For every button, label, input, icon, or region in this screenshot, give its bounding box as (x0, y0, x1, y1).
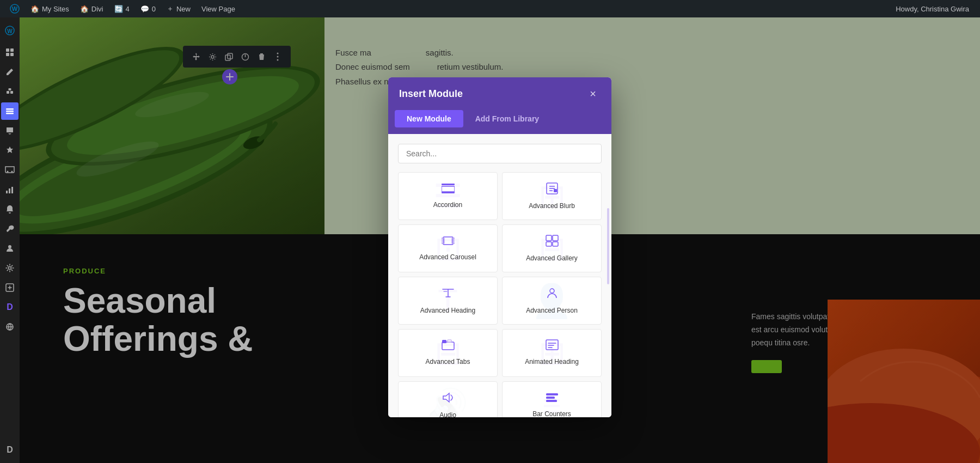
accordion-label: Accordion (433, 201, 462, 210)
svg-rect-7 (10, 53, 14, 56)
advanced-blurb-label: Advanced Blurb (529, 202, 575, 211)
modal-overlay: Insert Module × New Module Add From Libr… (20, 17, 980, 463)
animated-heading-label: Animated Heading (525, 358, 579, 367)
svg-rect-62 (546, 393, 558, 395)
svg-rect-4 (6, 48, 9, 52)
module-animated-heading[interactable]: ⊞ Animated Heading (502, 329, 602, 377)
module-grid: ☰ Accordion ⊞ Advanced Blurb (398, 172, 602, 417)
sidebar-settings-icon[interactable] (1, 259, 19, 277)
sidebar-pin-icon[interactable] (1, 142, 19, 159)
svg-rect-63 (546, 397, 555, 399)
advanced-heading-icon (442, 287, 455, 302)
advanced-gallery-label: Advanced Gallery (526, 254, 578, 263)
svg-rect-54 (553, 235, 558, 241)
admin-my-sites[interactable]: 🏠 My Sites (25, 0, 75, 17)
module-bar-counters[interactable]: ≡ Bar Counters (502, 381, 602, 417)
sidebar-bell-icon[interactable] (1, 200, 19, 218)
svg-rect-59 (442, 340, 446, 343)
admin-user: Howdy, Christina Gwira (889, 5, 976, 13)
modal-tabs: New Module Add From Library (388, 110, 611, 134)
svg-rect-16 (6, 191, 8, 193)
module-advanced-gallery[interactable]: ⊟ Advanced Gallery (502, 224, 602, 272)
sidebar-module-icon[interactable] (1, 83, 19, 100)
page-background: Fusce ma sagittis. Donec euismod sem ret… (20, 17, 980, 463)
sidebar-globe-icon[interactable] (1, 318, 19, 336)
tab-add-from-library[interactable]: Add From Library (463, 110, 551, 127)
svg-text:W: W (12, 5, 18, 12)
sidebar-layout-icon[interactable] (1, 44, 19, 61)
svg-rect-12 (6, 111, 14, 112)
module-advanced-person[interactable]: 👤 Advanced Person (502, 277, 602, 325)
sidebar-wp-logo[interactable]: W (1, 22, 19, 39)
left-sidebar: W D D (0, 17, 20, 463)
sidebar-user-icon[interactable] (1, 240, 19, 257)
sidebar-comment-icon[interactable] (1, 122, 19, 139)
advanced-carousel-label: Advanced Carousel (419, 253, 476, 262)
advanced-heading-label: Advanced Heading (420, 307, 475, 315)
svg-text:W: W (7, 28, 13, 34)
tab-new-module[interactable]: New Module (395, 110, 463, 127)
admin-updates[interactable]: 🔄 4 (109, 0, 135, 17)
module-advanced-blurb[interactable]: ⊞ Advanced Blurb (502, 172, 602, 220)
module-audio[interactable]: 🔊 Audio (398, 381, 498, 417)
modal-title: Insert Module (399, 88, 463, 100)
admin-bar: W 🏠 My Sites 🏠 Divi 🔄 4 💬 0 ＋ New View P… (0, 0, 980, 17)
sidebar-chart-icon[interactable] (1, 181, 19, 198)
sidebar-bottom-d-icon[interactable]: D (1, 441, 19, 459)
svg-point-57 (550, 289, 554, 293)
svg-point-14 (7, 171, 9, 173)
module-advanced-heading[interactable]: T Advanced Heading (398, 277, 498, 325)
svg-rect-18 (11, 187, 13, 193)
svg-point-19 (8, 245, 11, 248)
admin-view-page[interactable]: View Page (196, 0, 241, 17)
module-advanced-carousel[interactable]: ⊡ Advanced Carousel (398, 224, 498, 272)
modal-body: ☰ Accordion ⊞ Advanced Blurb (388, 134, 611, 417)
svg-rect-8 (7, 91, 9, 94)
admin-wp-logo[interactable]: W (4, 0, 25, 17)
svg-rect-10 (9, 88, 11, 90)
svg-rect-47 (442, 192, 455, 193)
svg-rect-5 (10, 48, 14, 52)
sidebar-wrench-icon[interactable] (1, 220, 19, 237)
sidebar-woo-icon[interactable] (1, 161, 19, 179)
advanced-tabs-label: Advanced Tabs (426, 358, 470, 367)
sidebar-divi-d-icon[interactable]: D (1, 298, 19, 316)
admin-divi[interactable]: 🏠 Divi (75, 0, 109, 17)
svg-rect-61 (546, 340, 558, 350)
advanced-gallery-icon (546, 235, 559, 250)
svg-point-20 (9, 267, 11, 270)
svg-rect-17 (9, 188, 10, 193)
admin-comments[interactable]: 💬 0 (135, 0, 161, 17)
advanced-tabs-icon (442, 339, 455, 354)
svg-rect-53 (546, 235, 552, 241)
svg-rect-60 (448, 340, 451, 342)
svg-rect-11 (6, 108, 14, 110)
module-accordion[interactable]: ☰ Accordion (398, 172, 498, 220)
svg-rect-56 (553, 242, 558, 246)
sidebar-pencil-icon[interactable] (1, 63, 19, 81)
advanced-carousel-icon (442, 235, 455, 249)
sidebar-layers-icon[interactable] (1, 102, 19, 120)
refresh-icon: 🔄 (114, 5, 123, 13)
audio-icon (442, 392, 455, 407)
plus-icon: ＋ (167, 4, 174, 14)
svg-rect-49 (554, 189, 557, 192)
svg-rect-9 (10, 91, 13, 94)
accordion-icon (442, 182, 455, 197)
svg-rect-64 (546, 400, 557, 402)
animated-heading-icon (546, 339, 559, 354)
svg-rect-6 (6, 53, 9, 56)
svg-point-15 (11, 171, 13, 173)
module-search-input[interactable] (398, 144, 602, 163)
admin-new[interactable]: ＋ New (161, 0, 196, 17)
module-advanced-tabs[interactable]: ⊟ Advanced Tabs (398, 329, 498, 377)
svg-rect-45 (442, 184, 455, 185)
sidebar-plus-square-icon[interactable] (1, 279, 19, 296)
modal-close-button[interactable]: × (585, 86, 601, 101)
audio-label: Audio (439, 411, 456, 417)
modal-scroll-indicator (607, 208, 609, 284)
svg-rect-46 (442, 186, 455, 192)
main-content: Fusce ma sagittis. Donec euismod sem ret… (20, 17, 980, 463)
svg-rect-55 (546, 242, 552, 246)
advanced-person-icon (546, 287, 558, 302)
